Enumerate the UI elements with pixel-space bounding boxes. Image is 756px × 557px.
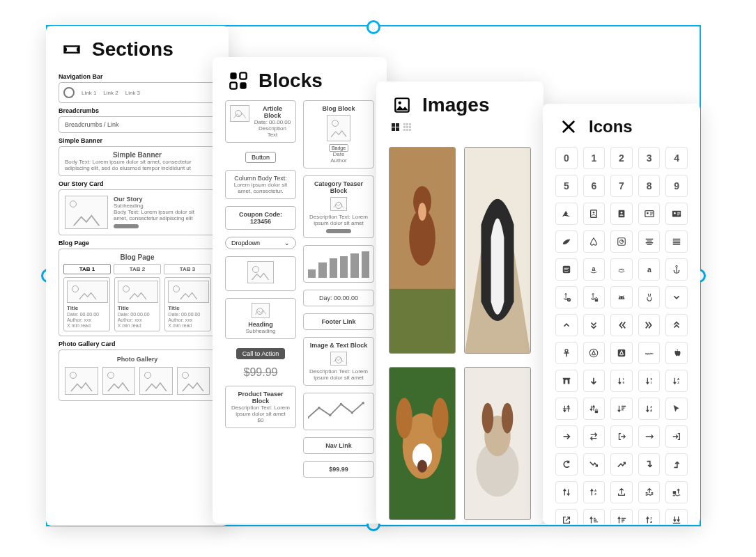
block-article[interactable]: Article Block Date: 00.00.00 Description… bbox=[225, 100, 296, 143]
icon-digit-3[interactable]: 3 bbox=[638, 147, 661, 169]
section-navigation-bar[interactable]: Navigation Bar Link 1 Link 2 Link 3 bbox=[59, 73, 216, 103]
icon-digit-8[interactable]: 8 bbox=[638, 175, 661, 197]
angles-down-icon[interactable] bbox=[583, 314, 605, 336]
arrow-right-from-bracket-icon[interactable] bbox=[610, 425, 633, 448]
block-cta[interactable]: Call to Action bbox=[236, 348, 286, 359]
arrow-turn-up-icon[interactable] bbox=[665, 453, 688, 476]
image-thumbnail[interactable] bbox=[389, 367, 456, 520]
block-category-teaser[interactable]: Category Teaser Block Description Text: … bbox=[303, 175, 374, 238]
angles-right-icon[interactable] bbox=[638, 314, 661, 336]
image-thumbnail[interactable] bbox=[389, 147, 456, 354]
amilia-icon[interactable]: a bbox=[638, 258, 661, 281]
alipay-icon[interactable] bbox=[555, 258, 578, 281]
icon-digit-2[interactable]: 2 bbox=[610, 147, 633, 169]
arrow-up-a-z-icon[interactable]: AZ bbox=[583, 481, 605, 503]
address-card-outline-icon[interactable] bbox=[638, 203, 661, 225]
block-image-text[interactable]: Image & Text Block Description Text: Lor… bbox=[303, 337, 374, 386]
arrow-up-wide-short-icon[interactable] bbox=[610, 509, 633, 524]
arrow-up-from-bracket-icon[interactable] bbox=[610, 481, 633, 503]
arrow-down-9-1-icon[interactable]: 91 bbox=[638, 370, 661, 392]
ankh-icon[interactable] bbox=[555, 342, 578, 364]
address-book-outline-icon[interactable] bbox=[583, 203, 605, 225]
block-heading[interactable]: Heading Subheading bbox=[225, 298, 296, 339]
arrow-right-to-bracket-icon[interactable] bbox=[665, 425, 688, 448]
block-old-price[interactable]: $99.99 bbox=[244, 366, 278, 378]
address-card-icon[interactable] bbox=[665, 203, 688, 225]
panel-sections[interactable]: Sections Navigation Bar Link 1 Link 2 Li… bbox=[46, 26, 229, 526]
arrow-trend-up-icon[interactable] bbox=[610, 453, 633, 476]
android-icon[interactable] bbox=[610, 286, 633, 308]
amazon-pay-icon[interactable]: pay bbox=[610, 258, 633, 281]
arrow-down-up-across-line-icon[interactable] bbox=[555, 398, 578, 420]
arrow-down-a-z-icon[interactable]: AZ bbox=[665, 370, 688, 392]
app-store-icon[interactable] bbox=[583, 342, 605, 364]
app-store-ios-icon[interactable] bbox=[610, 342, 633, 364]
arrow-up-down-icon[interactable] bbox=[555, 481, 578, 503]
tab-3[interactable]: TAB 3 bbox=[164, 264, 211, 274]
block-dropdown[interactable]: Dropdown ⌄ bbox=[225, 237, 296, 249]
arrow-up-short-wide-icon[interactable] bbox=[583, 509, 605, 524]
icon-digit-9[interactable]: 9 bbox=[665, 175, 688, 197]
align-justify-icon[interactable] bbox=[665, 230, 688, 253]
block-price[interactable]: $99.99 bbox=[303, 461, 374, 478]
icon-digit-1[interactable]: 1 bbox=[583, 147, 605, 169]
block-nav-link[interactable]: Nav Link bbox=[303, 437, 374, 454]
anchor-lock-icon[interactable] bbox=[583, 286, 605, 308]
block-product-teaser[interactable]: Product Teaser Block Description Text: L… bbox=[225, 386, 296, 428]
tab-1[interactable]: TAB 1 bbox=[63, 264, 111, 274]
angles-up-icon[interactable] bbox=[665, 314, 688, 336]
arrow-up-right-from-square-icon[interactable] bbox=[555, 509, 578, 524]
icon-digit-0[interactable]: 0 bbox=[555, 147, 578, 169]
arrow-down-icon[interactable] bbox=[583, 370, 605, 392]
image-thumbnail[interactable] bbox=[464, 147, 531, 354]
arrow-down-up-lock-icon[interactable] bbox=[583, 398, 605, 420]
arrow-rotate-right-icon[interactable] bbox=[555, 453, 578, 476]
arrow-turn-down-icon[interactable] bbox=[638, 453, 661, 476]
panel-icons[interactable]: Icons 0 1 2 3 4 5 6 7 8 9 a pay bbox=[543, 104, 700, 524]
block-blog[interactable]: Blog Block Badge Date Author bbox=[303, 100, 374, 168]
tab-2[interactable]: TAB 2 bbox=[114, 264, 161, 274]
accusoft-icon[interactable] bbox=[555, 203, 578, 225]
arrow-up-z-a-icon[interactable]: ZA bbox=[638, 509, 661, 524]
apper-icon[interactable]: apper bbox=[638, 342, 661, 364]
angellist-icon[interactable] bbox=[638, 286, 661, 308]
block-bar-chart[interactable] bbox=[303, 245, 374, 283]
amazon-icon[interactable]: a bbox=[583, 258, 605, 281]
arrow-down-1-9-icon[interactable]: 19 bbox=[610, 370, 633, 392]
arrow-up-from-water-pump-icon[interactable] bbox=[665, 481, 688, 503]
panel-images[interactable]: Images bbox=[376, 81, 543, 524]
arrow-trend-down-icon[interactable] bbox=[583, 453, 605, 476]
arrow-pointer-icon[interactable] bbox=[665, 398, 688, 420]
angles-left-icon[interactable] bbox=[610, 314, 633, 336]
block-line-chart[interactable] bbox=[303, 393, 374, 430]
arrow-down-wide-short-icon[interactable] bbox=[610, 398, 633, 420]
icon-digit-4[interactable]: 4 bbox=[665, 147, 688, 169]
angle-up-icon[interactable] bbox=[555, 314, 578, 336]
affiliatetheme-icon[interactable] bbox=[555, 230, 578, 253]
section-breadcrumbs[interactable]: Breadcrumbs Breadcrumbs / Link bbox=[59, 107, 216, 133]
panel-blocks[interactable]: Blocks Article Block Date: 00.00.00 Desc… bbox=[213, 57, 387, 524]
airbnb-icon[interactable] bbox=[583, 230, 605, 253]
arrows-down-to-line-icon[interactable] bbox=[665, 509, 688, 524]
section-photo-gallery[interactable]: Photo Gallery Card Photo Gallery bbox=[59, 340, 216, 401]
section-blog-page[interactable]: Blog Page Blog Page TAB 1 TAB 2 TAB 3 Ti… bbox=[59, 240, 216, 336]
apple-icon[interactable] bbox=[665, 342, 688, 364]
image-thumbnail[interactable] bbox=[464, 367, 531, 520]
algolia-icon[interactable] bbox=[610, 230, 633, 253]
angle-down-icon[interactable] bbox=[665, 286, 688, 308]
view-grid-large-button[interactable] bbox=[392, 123, 399, 131]
block-image[interactable] bbox=[225, 256, 296, 291]
resize-handle-top[interactable] bbox=[367, 20, 380, 34]
block-day[interactable]: Day: 00.00.00 bbox=[303, 290, 374, 306]
arrow-right-icon[interactable] bbox=[555, 425, 578, 448]
anchor-icon[interactable] bbox=[665, 258, 688, 281]
block-coupon[interactable]: Coupon Code: 123456 bbox=[225, 206, 296, 230]
arrow-down-z-a-icon[interactable]: ZA bbox=[638, 398, 661, 420]
align-center-icon[interactable] bbox=[638, 230, 661, 253]
address-book-icon[interactable] bbox=[610, 203, 633, 225]
icon-digit-5[interactable]: 5 bbox=[555, 175, 578, 197]
icon-digit-7[interactable]: 7 bbox=[610, 175, 633, 197]
arrow-up-from-ground-water-icon[interactable] bbox=[638, 481, 661, 503]
section-our-story[interactable]: Our Story Card Our Story Subheading Body… bbox=[59, 180, 216, 235]
icon-digit-6[interactable]: 6 bbox=[583, 175, 605, 197]
